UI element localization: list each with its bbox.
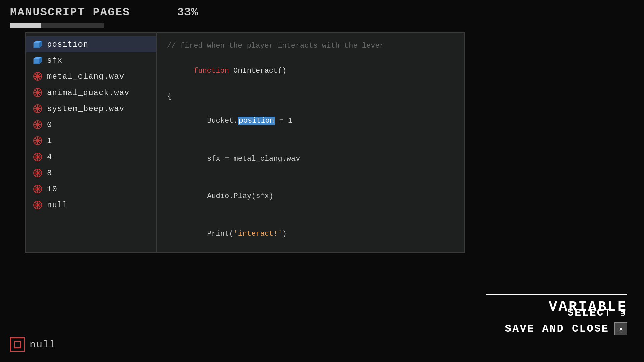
code-print-line: Print('interact!') xyxy=(167,215,453,252)
code-bucket-line: Bucket.position = 1 xyxy=(167,102,453,140)
sidebar-item-metal-clang[interactable]: metal_clang.wav xyxy=(26,68,156,84)
red-cross-icon-5 xyxy=(33,136,42,145)
blue-cube-icon-sfx xyxy=(33,56,42,65)
print-close: ) xyxy=(282,230,287,238)
code-audio-line: Audio.Play(sfx) xyxy=(167,177,453,215)
red-cross-icon-9 xyxy=(33,200,42,210)
separator-line xyxy=(486,294,627,295)
red-cross-icon-3 xyxy=(33,104,42,113)
code-open-brace: { xyxy=(167,90,453,102)
audio-play: Audio.Play(sfx) xyxy=(207,192,273,200)
sfx-operator: = xyxy=(225,155,233,163)
sidebar-label-null: null xyxy=(47,201,68,210)
sidebar-label-0: 0 xyxy=(47,120,52,129)
close-key-icon: ✕ xyxy=(614,322,627,335)
assign-operator: = xyxy=(275,117,288,125)
sfx-identifier: sfx xyxy=(207,155,225,163)
save-and-close-button[interactable]: SAVE AND CLOSE ✕ xyxy=(505,322,627,335)
status-icon-inner xyxy=(14,341,21,348)
sidebar-label-10: 10 xyxy=(47,185,57,194)
code-function-line: function OnInteract() xyxy=(167,52,453,89)
red-cross-icon-8 xyxy=(33,184,42,194)
progress-bar xyxy=(10,23,104,28)
sidebar-item-animal-quack[interactable]: animal_quack.wav xyxy=(26,84,156,101)
sidebar-label-8: 8 xyxy=(47,169,52,178)
title-line: Manuscript Pages 33% xyxy=(10,6,198,19)
save-close-label: SAVE AND CLOSE xyxy=(505,323,609,335)
sidebar-label-system-beep: system_beep.wav xyxy=(47,104,124,113)
sidebar-label-sfx: sfx xyxy=(47,56,62,65)
variable-label: VARIABLE xyxy=(549,299,627,315)
sidebar-item-0[interactable]: 0 xyxy=(26,117,156,133)
sidebar-item-8[interactable]: 8 xyxy=(26,165,156,181)
sidebar-item-null[interactable]: null xyxy=(26,197,156,213)
red-cross-icon xyxy=(33,72,42,81)
position-highlighted: position xyxy=(238,117,275,125)
sidebar-label-animal-quack: animal_quack.wav xyxy=(47,88,129,97)
sidebar-label-1: 1 xyxy=(47,136,52,145)
sidebar-label-4: 4 xyxy=(47,153,52,162)
bottom-left-status: null xyxy=(10,337,56,352)
code-panel: // fired when the player interacts with … xyxy=(157,33,464,252)
function-name: OnInteract() xyxy=(233,67,286,75)
manuscript-title: Manuscript Pages xyxy=(10,6,130,19)
top-bar: Manuscript Pages 33% xyxy=(0,0,644,32)
sidebar-item-system-beep[interactable]: system_beep.wav xyxy=(26,101,156,117)
sidebar-item-sfx[interactable]: sfx xyxy=(26,52,156,68)
progress-bar-fill xyxy=(10,23,41,28)
print-string: 'interact!' xyxy=(233,230,282,238)
red-cross-icon-7 xyxy=(33,168,42,178)
sidebar-item-4[interactable]: 4 xyxy=(26,149,156,165)
progress-percent: 33% xyxy=(177,6,198,19)
blue-cube-icon xyxy=(33,40,42,49)
sidebar-item-1[interactable]: 1 xyxy=(26,133,156,149)
status-value: null xyxy=(30,339,56,350)
red-cross-icon-2 xyxy=(33,88,42,97)
code-sfx-line: sfx = metal_clang.wav xyxy=(167,140,453,177)
title-block: Manuscript Pages 33% xyxy=(10,6,198,28)
assign-value: 1 xyxy=(288,117,292,125)
red-cross-icon-6 xyxy=(33,152,42,162)
status-icon xyxy=(10,337,25,352)
sidebar-item-10[interactable]: 10 xyxy=(26,181,156,197)
sidebar-item-position[interactable]: position xyxy=(26,36,156,52)
main-panel: position sfx xyxy=(25,32,465,253)
red-cross-icon-4 xyxy=(33,120,42,129)
bucket-identifier: Bucket. xyxy=(207,117,238,125)
sidebar-label-metal-clang: metal_clang.wav xyxy=(47,72,124,81)
code-comment: // fired when the player interacts with … xyxy=(167,40,453,52)
keyword-function: function xyxy=(194,67,233,75)
svg-rect-3 xyxy=(34,59,39,64)
svg-rect-0 xyxy=(34,43,39,48)
sfx-value: metal_clang.wav xyxy=(233,155,300,163)
print-call: Print( xyxy=(207,230,233,238)
sidebar-label-position: position xyxy=(47,40,88,49)
sidebar: position sfx xyxy=(26,33,157,252)
